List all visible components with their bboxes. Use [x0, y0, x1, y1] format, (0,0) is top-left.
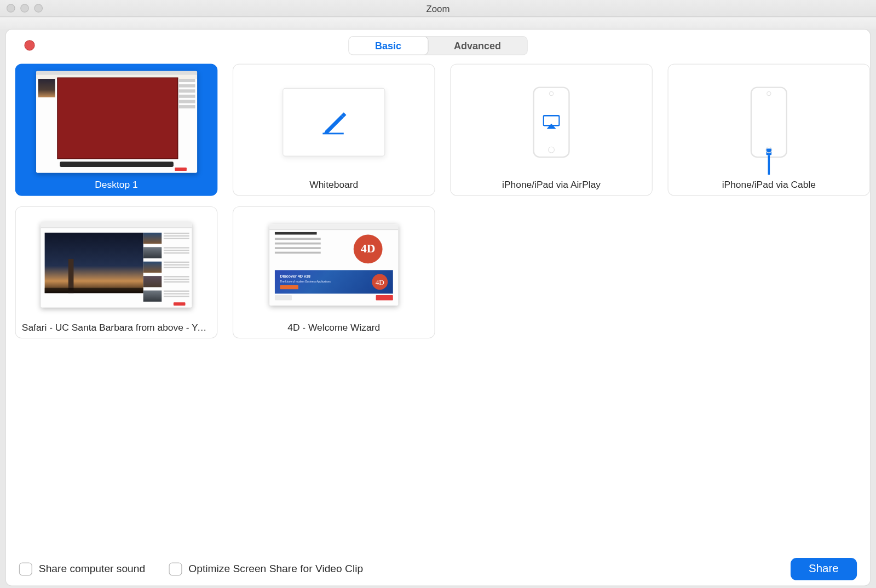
share-button[interactable]: Share: [791, 557, 857, 580]
cable-icon: [764, 148, 774, 175]
window-title: Zoom: [427, 3, 450, 13]
checkbox-icon[interactable]: [19, 562, 32, 575]
fourd-logo-small-icon: 4D: [372, 274, 388, 290]
tile-label: Desktop 1: [22, 180, 211, 190]
macos-titlebar: Zoom: [0, 0, 876, 17]
fourd-band-title: Discover 4D v18: [280, 274, 310, 278]
checkbox-label: Share computer sound: [39, 563, 145, 575]
tile-label: Safari - UC Santa Barbara from above - Y…: [22, 322, 211, 332]
tile-safari[interactable]: Safari - UC Santa Barbara from above - Y…: [15, 206, 218, 338]
tile-iphone-airplay[interactable]: iPhone/iPad via AirPlay: [450, 64, 653, 195]
share-options-grid: Desktop 1 Whiteboard: [6, 61, 870, 339]
checkbox-optimize-video[interactable]: Optimize Screen Share for Video Clip: [169, 562, 363, 575]
preview-safari: [16, 207, 217, 322]
preview-airplay: [451, 65, 652, 180]
checkbox-label: Optimize Screen Share for Video Clip: [188, 563, 363, 575]
tile-label: iPhone/iPad via Cable: [675, 180, 863, 190]
panel-footer: Share computer sound Optimize Screen Sha…: [6, 551, 870, 585]
pencil-icon: [321, 109, 347, 135]
checkbox-icon[interactable]: [169, 562, 182, 575]
preview-desktop-1: [16, 65, 217, 180]
traffic-zoom-icon[interactable]: [34, 4, 43, 13]
desktop-thumbnail: [36, 71, 197, 173]
safari-thumbnail: [41, 222, 192, 307]
share-panel: Basic Advanced Desktop 1: [5, 29, 871, 586]
fourd-thumbnail: 4D Discover 4D v18 The future of modern …: [269, 224, 398, 305]
svg-rect-0: [322, 132, 343, 134]
preview-whiteboard: [233, 65, 434, 180]
preview-cable: [668, 65, 869, 180]
mode-segmented-control: Basic Advanced: [348, 36, 528, 55]
tile-whiteboard[interactable]: Whiteboard: [233, 64, 435, 195]
titlebar-shadow: [0, 17, 876, 29]
tile-label: Whiteboard: [239, 180, 428, 190]
svg-rect-2: [766, 148, 772, 155]
panel-header: Basic Advanced: [6, 30, 870, 61]
tile-4d[interactable]: 4D Discover 4D v18 The future of modern …: [233, 206, 435, 338]
tab-advanced[interactable]: Advanced: [428, 37, 527, 54]
tile-desktop-1[interactable]: Desktop 1: [15, 64, 218, 195]
close-panel-icon[interactable]: [24, 40, 34, 50]
traffic-close-icon[interactable]: [7, 4, 15, 13]
fourd-band-subtitle: The future of modern Business Applicatio…: [280, 280, 331, 283]
airplay-icon: [543, 114, 560, 129]
tile-label: iPhone/iPad via AirPlay: [457, 180, 646, 190]
fourd-logo-icon: 4D: [354, 234, 383, 263]
traffic-minimize-icon[interactable]: [20, 4, 29, 13]
preview-4d: 4D Discover 4D v18 The future of modern …: [233, 207, 434, 322]
tile-iphone-cable[interactable]: iPhone/iPad via Cable: [668, 64, 871, 195]
svg-rect-3: [768, 155, 770, 175]
tile-label: 4D - Welcome Wizard: [239, 322, 428, 332]
checkbox-share-sound[interactable]: Share computer sound: [19, 562, 145, 575]
traffic-lights[interactable]: [7, 4, 43, 13]
tab-basic[interactable]: Basic: [348, 36, 428, 55]
